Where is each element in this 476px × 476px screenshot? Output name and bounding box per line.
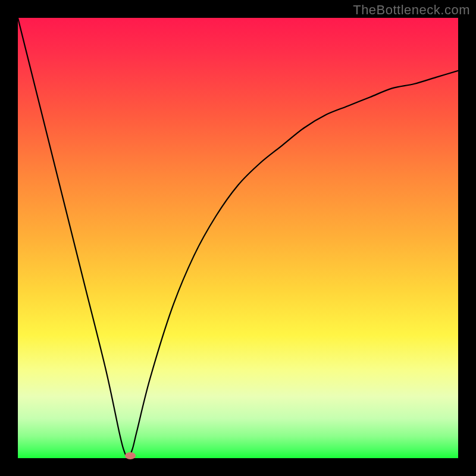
chart-frame [18, 18, 458, 458]
bottleneck-curve [18, 18, 458, 458]
watermark-text: TheBottleneck.com [353, 2, 470, 18]
optimum-marker [125, 452, 136, 459]
